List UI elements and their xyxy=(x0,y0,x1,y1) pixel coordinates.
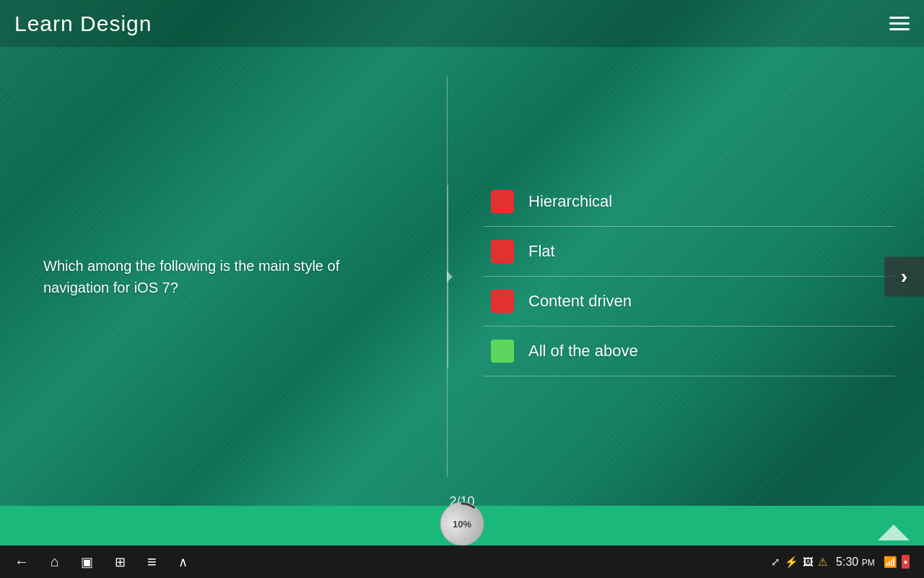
warning-icon: ⚠ xyxy=(818,556,827,569)
answer-label-d: All of the above xyxy=(528,342,638,361)
divider-notch xyxy=(447,271,453,282)
question-text: Which among the following is the main st… xyxy=(43,255,404,298)
answer-label-b: Flat xyxy=(528,242,555,261)
progress-circle: 10% xyxy=(437,499,487,549)
next-arrow-icon: › xyxy=(901,265,907,288)
chevron-up-button[interactable] xyxy=(178,554,188,570)
question-panel: Which among the following is the main st… xyxy=(0,47,448,506)
menu-line-3 xyxy=(889,28,910,30)
app-title: Learn Design xyxy=(14,12,152,36)
answer-indicator-b xyxy=(491,240,514,263)
menu-line-1 xyxy=(889,17,910,19)
answer-label-a: Hierarchical xyxy=(528,192,612,211)
wifi-icon: 📶 xyxy=(884,556,897,569)
signal-icon: ▪ xyxy=(902,555,910,569)
recents-button[interactable] xyxy=(81,554,93,570)
time-period: PM xyxy=(862,558,875,568)
android-nav-bar: ⤢ ⚡ 🖼 ⚠ 5:30 PM 📶 ▪ xyxy=(0,545,924,578)
nav-right-group: ⤢ ⚡ 🖼 ⚠ 5:30 PM 📶 ▪ xyxy=(771,555,910,569)
answer-label-c: Content driven xyxy=(528,292,632,311)
hamburger-menu-button[interactable] xyxy=(889,17,910,30)
time-value: 5:30 xyxy=(836,556,858,568)
answers-panel: Hierarchical Flat Content driven All of … xyxy=(448,47,924,506)
menu-nav-button[interactable] xyxy=(147,553,157,571)
answer-option-d[interactable]: All of the above xyxy=(484,327,895,376)
status-icons-group: ⤢ ⚡ 🖼 ⚠ xyxy=(771,556,827,569)
back-button[interactable] xyxy=(14,553,29,570)
expand-icon: ⤢ xyxy=(771,556,780,569)
answer-option-b[interactable]: Flat xyxy=(484,227,895,277)
image-icon: 🖼 xyxy=(803,556,814,568)
menu-line-2 xyxy=(889,22,910,25)
answer-indicator-d xyxy=(491,340,514,363)
answer-indicator-a xyxy=(491,190,514,213)
next-button[interactable]: › xyxy=(884,256,924,296)
usb-icon: ⚡ xyxy=(785,556,798,569)
time-display: 5:30 PM xyxy=(836,556,875,569)
answer-indicator-c xyxy=(491,290,514,313)
nav-left-group xyxy=(14,553,188,571)
up-arrow-button[interactable] xyxy=(878,525,910,540)
connectivity-icons: 📶 ▪ xyxy=(884,555,910,569)
qr-button[interactable] xyxy=(115,554,126,570)
header-bar: Learn Design xyxy=(0,0,924,47)
home-button[interactable] xyxy=(51,553,59,570)
answer-option-c[interactable]: Content driven xyxy=(484,277,895,327)
panel-divider xyxy=(448,185,448,368)
progress-percent: 10% xyxy=(437,499,487,549)
main-content: Which among the following is the main st… xyxy=(0,47,924,506)
answer-option-a[interactable]: Hierarchical xyxy=(484,177,895,227)
